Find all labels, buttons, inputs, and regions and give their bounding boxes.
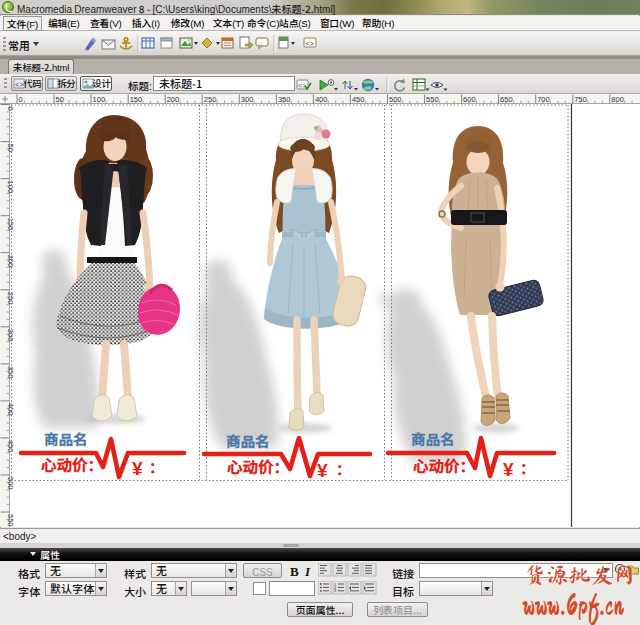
svg-text:<>: <> bbox=[15, 81, 23, 89]
svg-text:500: 500 bbox=[6, 477, 15, 490]
svg-text:：: ： bbox=[149, 456, 164, 477]
svg-text:50: 50 bbox=[56, 95, 64, 104]
svg-text:200: 200 bbox=[167, 95, 180, 104]
svg-text:心动价：: 心动价： bbox=[227, 455, 289, 477]
svg-text:500: 500 bbox=[389, 95, 402, 104]
svg-text:250: 250 bbox=[204, 95, 217, 104]
svg-text:50: 50 bbox=[6, 144, 15, 152]
svg-text:¥: ¥ bbox=[317, 455, 328, 482]
svg-text:：: ： bbox=[336, 458, 351, 479]
svg-text:100: 100 bbox=[6, 181, 15, 194]
svg-text:300: 300 bbox=[241, 95, 254, 104]
svg-text:商品名: 商品名 bbox=[44, 428, 88, 449]
svg-text:<>: <> bbox=[306, 40, 314, 48]
svg-text:450: 450 bbox=[6, 440, 15, 453]
svg-text:400: 400 bbox=[6, 403, 15, 416]
svg-text:：: ： bbox=[520, 457, 535, 478]
svg-text:600: 600 bbox=[463, 95, 476, 104]
svg-text:150: 150 bbox=[6, 218, 15, 231]
svg-text:800: 800 bbox=[611, 95, 624, 104]
svg-text:0: 0 bbox=[6, 107, 15, 111]
svg-text:¥: ¥ bbox=[132, 453, 143, 480]
svg-text:¥: ¥ bbox=[503, 454, 514, 481]
svg-text:700: 700 bbox=[537, 95, 550, 104]
svg-text:550: 550 bbox=[426, 95, 439, 104]
svg-text:150: 150 bbox=[130, 95, 143, 104]
svg-text:550: 550 bbox=[6, 514, 15, 527]
svg-text:350: 350 bbox=[6, 366, 15, 379]
svg-text:400: 400 bbox=[315, 95, 328, 104]
svg-text:0: 0 bbox=[19, 95, 23, 104]
svg-text:350: 350 bbox=[278, 95, 291, 104]
svg-text:心动价：: 心动价： bbox=[41, 453, 103, 475]
svg-text:300: 300 bbox=[6, 329, 15, 342]
svg-text::::: ::: bbox=[258, 38, 263, 47]
svg-text:心动价：: 心动价： bbox=[413, 454, 475, 476]
svg-text:商品名: 商品名 bbox=[226, 430, 270, 451]
svg-text:250: 250 bbox=[6, 292, 15, 305]
svg-text:200: 200 bbox=[6, 255, 15, 268]
svg-text:100: 100 bbox=[93, 95, 106, 104]
svg-text:商品名: 商品名 bbox=[411, 428, 455, 449]
